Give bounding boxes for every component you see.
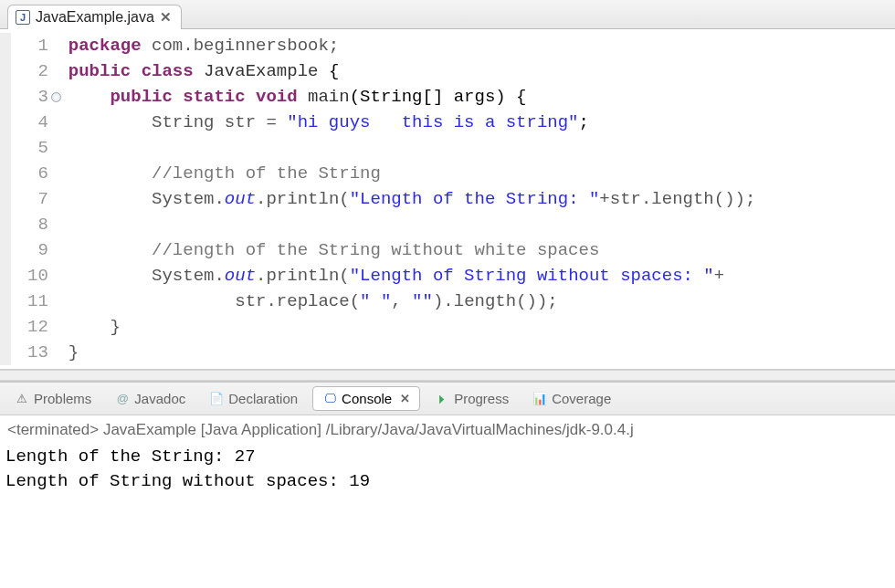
tab-coverage[interactable]: 📊 Coverage xyxy=(523,387,620,410)
editor-tabs: J JavaExample.java ✕ xyxy=(0,0,895,29)
declaration-icon: 📄 xyxy=(209,392,224,406)
coverage-icon: 📊 xyxy=(532,392,547,406)
code-line[interactable] xyxy=(68,135,756,161)
tab-declaration[interactable]: 📄 Declaration xyxy=(200,387,307,410)
code-line[interactable]: str.replace(" ", "").length()); xyxy=(68,289,756,314)
line-number: 13 xyxy=(27,340,48,365)
line-number: 10 xyxy=(27,263,48,289)
close-icon[interactable]: ✕ xyxy=(160,9,172,26)
code-content[interactable]: package com.beginnersbook;public class J… xyxy=(59,33,756,365)
line-number: 12 xyxy=(27,314,48,340)
code-line[interactable]: System.out.println("Length of the String… xyxy=(68,186,756,212)
line-number: 1 xyxy=(27,33,48,58)
tab-label: Coverage xyxy=(552,391,611,406)
tab-progress[interactable]: ⏵ Progress xyxy=(426,387,518,410)
code-editor[interactable]: 12345678910111213 package com.beginnersb… xyxy=(0,29,895,369)
line-number-gutter: 12345678910111213 xyxy=(11,33,59,365)
code-line[interactable]: package com.beginnersbook; xyxy=(68,33,756,58)
code-line[interactable]: String str = "hi guys this is a string"; xyxy=(68,110,756,135)
fold-toggle-icon[interactable] xyxy=(51,92,61,102)
tab-javadoc[interactable]: @ Javadoc xyxy=(106,387,195,410)
line-number: 8 xyxy=(27,212,48,237)
tab-console[interactable]: 🖵 Console ✕ xyxy=(312,386,420,411)
console-body: <terminated> JavaExample [Java Applicati… xyxy=(0,415,895,498)
tab-label: Console xyxy=(342,391,392,406)
code-line[interactable]: } xyxy=(68,314,756,340)
tab-label: Declaration xyxy=(228,391,298,406)
tab-problems[interactable]: ⚠ Problems xyxy=(5,387,100,410)
marker-bar xyxy=(0,33,11,365)
line-number: 11 xyxy=(27,289,48,314)
code-line[interactable]: } xyxy=(68,340,756,365)
problems-icon: ⚠ xyxy=(15,392,29,406)
editor-tab-file[interactable]: J JavaExample.java ✕ xyxy=(7,5,182,29)
bottom-tabs: ⚠ Problems @ Javadoc 📄 Declaration 🖵 Con… xyxy=(0,383,895,415)
line-number: 2 xyxy=(27,58,48,84)
code-line[interactable]: //length of the String xyxy=(68,161,756,186)
line-number: 6 xyxy=(27,161,48,186)
line-number: 4 xyxy=(27,110,48,135)
line-number: 5 xyxy=(27,135,48,161)
console-icon: 🖵 xyxy=(322,392,337,406)
code-line[interactable]: public static void main(String[] args) { xyxy=(68,84,756,110)
bottom-panel: ⚠ Problems @ Javadoc 📄 Declaration 🖵 Con… xyxy=(0,381,895,498)
progress-icon: ⏵ xyxy=(435,392,449,406)
code-line[interactable]: System.out.println("Length of String wit… xyxy=(68,263,756,289)
editor-area: J JavaExample.java ✕ 12345678910111213 p… xyxy=(0,0,895,370)
code-line[interactable]: //length of the String without white spa… xyxy=(68,237,756,263)
tab-label: Problems xyxy=(34,391,91,406)
javadoc-icon: @ xyxy=(115,392,130,406)
console-output[interactable]: Length of the String: 27 Length of Strin… xyxy=(5,445,890,494)
console-status-line: <terminated> JavaExample [Java Applicati… xyxy=(5,419,890,445)
code-line[interactable] xyxy=(68,212,756,237)
line-number: 7 xyxy=(27,186,48,212)
tab-label: Javadoc xyxy=(134,391,185,406)
line-number: 3 xyxy=(27,84,48,110)
close-icon[interactable]: ✕ xyxy=(400,392,410,405)
editor-tab-filename: JavaExample.java xyxy=(36,9,154,26)
code-line[interactable]: public class JavaExample { xyxy=(68,58,756,84)
sash[interactable] xyxy=(0,370,895,381)
java-file-icon: J xyxy=(16,10,30,25)
line-number: 9 xyxy=(27,237,48,263)
tab-label: Progress xyxy=(454,391,509,406)
